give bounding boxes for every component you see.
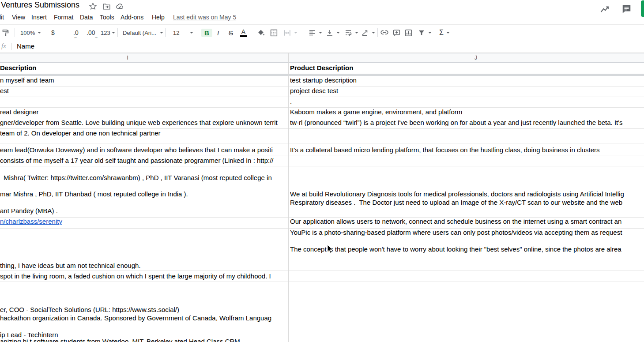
cell-line[interactable]: project desc test (290, 86, 338, 95)
cell-line[interactable]: reat designer (0, 108, 39, 117)
cell-line[interactable]: . (290, 97, 292, 106)
cell-line[interactable]: gner/developer from Seattle. Love buildi… (0, 118, 278, 127)
cell-line[interactable]: It's a collateral based micro lending pl… (290, 146, 600, 154)
column-i-cells: Description n myself and team est reat d… (0, 62, 288, 342)
cell-line[interactable]: The concept is that people won't have to… (290, 245, 621, 254)
cell-line[interactable]: Kaboom makes a game engine, environment,… (290, 108, 462, 117)
cell-j1-header[interactable]: Product Description (290, 64, 353, 72)
cell-line[interactable]: We at build Revolutionary Diagnosis tool… (290, 190, 624, 199)
mouse-cursor (327, 244, 333, 256)
column-j-cells: Product Description test startup descrip… (290, 62, 644, 342)
cell-line[interactable]: Our application allows users to network,… (290, 217, 621, 226)
google-sheets-window: Ventures Submissions Edit View Insert Fo… (0, 0, 644, 342)
cell-line[interactable]: Respiratory diseases . The Doctor just n… (290, 198, 622, 207)
column-boundary-i-j (288, 53, 289, 342)
cell-line[interactable]: eam lead(Onwuka Doveway) and in software… (0, 146, 273, 154)
cell-line[interactable]: thing, I have ideas but am not technical… (0, 261, 141, 270)
cell-line[interactable]: mar Mishra , PhD, IIT Dhanbad ( most rep… (0, 190, 188, 199)
cell-line[interactable]: YouPic is a photo-sharing-based platform… (290, 228, 622, 237)
cell-line[interactable]: team of 2. On developer and one non tech… (0, 129, 161, 138)
cell-line[interactable]: Mishra( Twitter: https://twitter.com/shr… (0, 173, 272, 182)
cell-line[interactable]: spot in the living room, a faded cushion… (0, 272, 271, 281)
cell-line[interactable]: er, COO - SocialTech Solutions (URL: htt… (0, 305, 179, 314)
cell-line[interactable]: tw-rl (pronounced “twirl”) is a project … (290, 118, 623, 127)
cell-line[interactable]: hackathon organization in Canada. Sponso… (0, 314, 271, 323)
cell-line[interactable]: consists of me myself a 17 year old self… (0, 156, 273, 165)
cell-line-clipped[interactable]: anizing hi t software students from Wate… (0, 337, 240, 342)
cell-line[interactable]: ant Pandey (MBA) . (0, 207, 58, 215)
cell-line[interactable]: n myself and team (0, 76, 54, 85)
cell-line[interactable]: est (0, 86, 9, 95)
cell-hyperlink[interactable]: n/charlzbass/serenity (0, 217, 62, 226)
cell-line[interactable]: test startup description (290, 76, 357, 85)
cell-i1-header[interactable]: Description (0, 64, 37, 72)
